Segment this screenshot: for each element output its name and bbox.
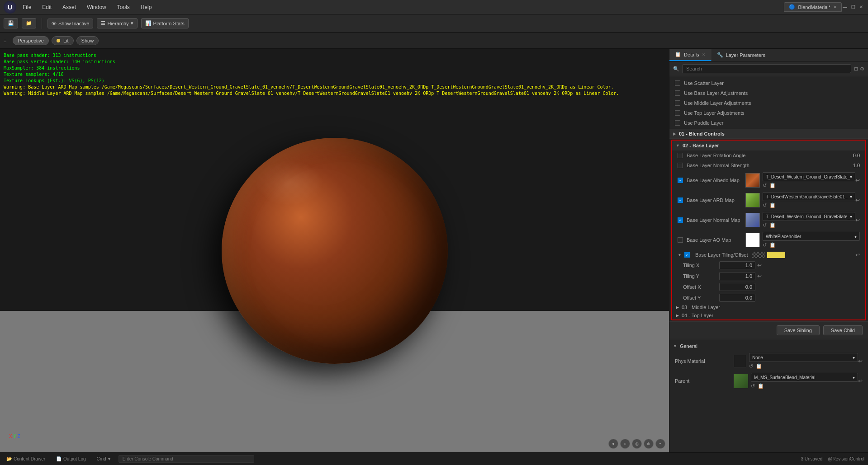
blend-material-tab[interactable]: 🔵 BlendMaterial* ✕: [784, 2, 842, 12]
tab-close-icon[interactable]: ✕: [833, 5, 837, 9]
ard-reset-icon[interactable]: ↩: [855, 197, 860, 203]
albedo-browse-icon[interactable]: 📋: [769, 183, 776, 188]
menu-window[interactable]: Window: [85, 3, 108, 11]
menu-help[interactable]: Help: [139, 3, 154, 11]
phys-browse-icon[interactable]: 📋: [756, 363, 762, 369]
close-icon[interactable]: ✕: [858, 4, 864, 10]
tiling-x-reset-icon[interactable]: ↩: [757, 262, 762, 268]
phys-reset-icon[interactable]: ↩: [858, 358, 863, 364]
layer-params-tab[interactable]: 🔧 Layer Parameters: [711, 49, 771, 61]
output-log-button[interactable]: 📄 Output Log: [53, 456, 88, 462]
save-button[interactable]: 💾: [4, 18, 18, 28]
top-layer-row[interactable]: ▶ 04 - Top Layer: [672, 311, 865, 319]
viewport[interactable]: Base pass shader: 313 instructions Base …: [0, 49, 669, 452]
save-sibling-button[interactable]: Save Sibling: [777, 325, 820, 335]
details-tab[interactable]: 📋 Details ✕: [669, 49, 711, 61]
parent-reset-icon[interactable]: ↩: [858, 378, 863, 384]
albedo-checkbox[interactable]: [678, 178, 683, 183]
browse-button[interactable]: 📁: [22, 18, 36, 28]
viewport-ctrl-2[interactable]: ○: [620, 439, 630, 449]
ard-browse-icon[interactable]: 📋: [769, 202, 776, 208]
use-puddle-checkbox[interactable]: [675, 120, 680, 126]
hamburger-icon[interactable]: ≡: [4, 38, 6, 43]
details-tab-close[interactable]: ✕: [702, 52, 706, 57]
ao-refresh-icon[interactable]: ↺: [763, 242, 767, 248]
albedo-select[interactable]: T_Desert_Western_Ground_GravelSlate_ ▾: [763, 172, 855, 181]
ao-browse-icon[interactable]: 📋: [769, 242, 776, 248]
restore-icon[interactable]: ❐: [850, 4, 856, 10]
normal-select[interactable]: T_Desert_Western_Ground_GravelSlate_ ▾: [763, 212, 855, 221]
parent-actions: ↺ 📋: [751, 383, 858, 389]
parent-browse-icon[interactable]: 📋: [758, 383, 764, 389]
phys-refresh-icon[interactable]: ↺: [749, 363, 753, 369]
show-button[interactable]: Show: [76, 36, 99, 45]
viewport-ctrl-1[interactable]: ●: [608, 439, 618, 449]
grid-view-icon[interactable]: ⊞: [854, 66, 858, 72]
lit-button[interactable]: Lit: [52, 36, 74, 45]
offset-y-input[interactable]: [719, 294, 755, 302]
menu-asset[interactable]: Asset: [61, 3, 78, 11]
viewport-ctrl-5[interactable]: ⋯: [655, 439, 665, 449]
settings-icon[interactable]: ⚙: [860, 66, 864, 72]
ao-select[interactable]: WhitePlaceholder ▾: [763, 232, 860, 241]
ard-refresh-icon[interactable]: ↺: [763, 202, 767, 208]
general-header[interactable]: ▼ General: [669, 341, 868, 351]
toolbar-separator: [42, 18, 42, 29]
cmd-button[interactable]: Cmd ▾: [94, 456, 113, 462]
ard-actions: ↺ 📋: [763, 202, 855, 208]
ao-checkbox[interactable]: [678, 237, 683, 243]
tiling-reset-icon[interactable]: ↩: [855, 252, 860, 258]
use-middle-adj-label: Use Middle Layer Adjustments: [684, 100, 863, 106]
menu-edit[interactable]: Edit: [40, 3, 53, 11]
albedo-reset-icon[interactable]: ↩: [855, 177, 860, 183]
use-base-adj-checkbox[interactable]: [675, 90, 680, 96]
phys-value: None: [752, 355, 763, 360]
rotation-checkbox[interactable]: [678, 153, 683, 158]
base-layer-header[interactable]: ▼ 02 - Base Layer: [672, 141, 865, 150]
menu-file[interactable]: File: [21, 3, 33, 11]
phys-select[interactable]: None ▾: [749, 353, 858, 362]
layer-params-label: Layer Parameters: [726, 52, 765, 58]
parent-select[interactable]: M_MS_SurfaceBlend_Material ▾: [751, 373, 858, 382]
search-input[interactable]: [682, 64, 851, 73]
hierarchy-button[interactable]: ☰ Hierarchy ▾: [97, 18, 137, 28]
platform-stats-button[interactable]: 📊 Platform Stats: [141, 18, 189, 28]
show-inactive-button[interactable]: 👁 Show Inactive: [47, 19, 93, 28]
content-drawer-button[interactable]: 📂 Content Drawer: [4, 456, 48, 462]
ard-checkbox[interactable]: [678, 197, 683, 203]
menu-tools[interactable]: Tools: [115, 3, 132, 11]
normal-map-checkbox[interactable]: [678, 217, 683, 223]
tiling-y-reset-icon[interactable]: ↩: [757, 273, 762, 279]
ao-dropdown-icon: ▾: [854, 234, 857, 239]
minimize-icon[interactable]: —: [842, 4, 848, 10]
albedo-refresh-icon[interactable]: ↺: [763, 183, 767, 188]
ard-select[interactable]: T_DesertWesternGroundGravelSlate01_ ▾: [763, 192, 855, 201]
perspective-button[interactable]: Perspective: [13, 36, 48, 45]
normal-refresh-icon[interactable]: ↺: [763, 222, 767, 228]
save-child-button[interactable]: Save Child: [823, 325, 863, 335]
viewport-controls: ● ○ ◎ ⊕ ⋯: [608, 439, 665, 449]
use-top-adj-checkbox[interactable]: [675, 110, 680, 116]
parent-refresh-icon[interactable]: ↺: [751, 383, 755, 389]
phys-material-label: Phys Material: [675, 358, 734, 364]
layer-params-icon: 🔧: [717, 52, 723, 58]
normal-strength-checkbox[interactable]: [678, 163, 683, 168]
offset-y-row: Offset Y: [672, 292, 865, 303]
use-top-adj-row: Use Top Layer Adjustments: [669, 108, 868, 118]
use-middle-adj-checkbox[interactable]: [675, 100, 680, 106]
middle-layer-row[interactable]: ▶ 03 - Middle Layer: [672, 303, 865, 311]
console-input[interactable]: [119, 455, 254, 463]
blend-controls-header[interactable]: ▶ 01 - Blend Controls: [669, 129, 868, 139]
viewport-ctrl-4[interactable]: ⊕: [644, 439, 654, 449]
tiling-header[interactable]: ▼ Base Layer Tiling/Offset ↩: [672, 250, 865, 260]
normal-browse-icon[interactable]: 📋: [769, 222, 776, 228]
rotation-angle-row: Base Layer Rotation Angle 0.0: [672, 150, 865, 160]
viewport-ctrl-3[interactable]: ◎: [632, 439, 642, 449]
offset-x-input[interactable]: [719, 283, 755, 291]
tiling-y-input[interactable]: [719, 272, 755, 280]
tiling-checkbox[interactable]: [684, 252, 690, 258]
tiling-x-input[interactable]: [719, 261, 755, 269]
use-scatter-checkbox[interactable]: [675, 80, 680, 86]
tiling-arrow-icon: ▼: [678, 253, 682, 257]
normal-reset-icon[interactable]: ↩: [855, 217, 860, 223]
